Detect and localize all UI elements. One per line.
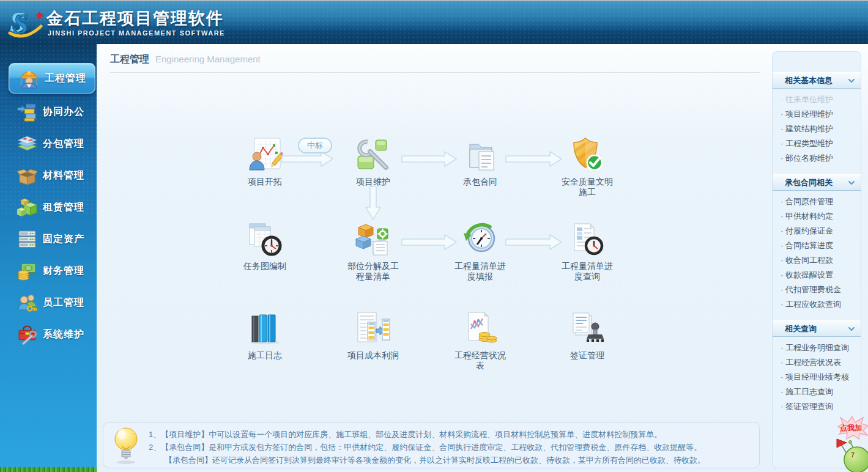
cost-profit-doc-icon: [355, 311, 391, 346]
progress-query-doc-icon: [569, 221, 605, 257]
flow-node-label: 项目成本利润: [344, 350, 402, 361]
tips-panel: 1、【项目维护】中可以设置每一个项目的对应库房、施工班组、部位及进度计划、材料采…: [103, 422, 760, 468]
section-title: 相关查询: [785, 324, 817, 333]
parts-bom-icon: [355, 221, 391, 257]
money-icon: [17, 261, 37, 281]
light-bulb-icon: [112, 426, 140, 465]
link-item[interactable]: 甲供材料约定: [773, 209, 861, 224]
flow-node-task-chart[interactable]: 任务图编制: [231, 221, 299, 271]
flow-node-safety[interactable]: 安全质量文明施工: [554, 137, 621, 197]
link-item[interactable]: 代扣管理费税金: [773, 282, 861, 297]
sidebar-item-collab-office[interactable]: 协同办公: [7, 98, 97, 126]
flow-node-label: 施工日志: [236, 350, 294, 361]
visa-stamp-icon: [569, 311, 605, 346]
sidebar-item-lease[interactable]: 租赁管理: [7, 193, 97, 221]
link-item[interactable]: 收合同工程款: [773, 253, 861, 268]
link-item[interactable]: 签证管理查询: [773, 399, 861, 414]
flow-node-operation-status[interactable]: 工程经营状况表: [447, 311, 514, 371]
flow-arrow-right-icon: [505, 150, 563, 168]
link-item[interactable]: 工程经营状况表: [773, 355, 861, 370]
link-item[interactable]: 往来单位维护: [773, 92, 861, 107]
open-box-icon: [17, 166, 37, 186]
progress-fill-clock-icon: [462, 221, 498, 257]
project-maintenance-icon: [355, 137, 391, 172]
sidebar-item-material[interactable]: 材料管理: [7, 161, 97, 190]
flow-node-construction-log[interactable]: 施工日志: [231, 311, 299, 361]
flow-node-visa-management[interactable]: 签证管理: [554, 311, 621, 361]
link-item[interactable]: 施工日志查询: [773, 385, 861, 399]
sidebar-item-label: 财务管理: [43, 265, 84, 278]
layers-icon: [17, 134, 37, 154]
link-item[interactable]: 工程类型维护: [773, 136, 861, 151]
chevron-down-icon: [848, 79, 855, 83]
operation-chart-coins-icon: [462, 311, 498, 346]
green-cubes-icon: [17, 197, 37, 218]
jinshi-s-logo-icon: S S: [6, 5, 45, 40]
link-item[interactable]: 建筑结构维护: [773, 122, 861, 136]
sidebar-item-label: 系统维护: [43, 328, 84, 341]
sidebar-item-label: 工程管理: [45, 72, 86, 85]
sidebar-item-system[interactable]: 系统维护: [7, 320, 97, 348]
flow-node-project-maintenance[interactable]: 项目维护: [339, 137, 407, 187]
toolbox-wrench-icon: [17, 325, 37, 345]
flow-arrow-right-icon: [505, 234, 563, 251]
link-item[interactable]: 项目经理业绩考核: [773, 370, 861, 385]
flow-node-progress-fill[interactable]: 工程量清单进度填报: [447, 221, 514, 282]
mascot-icon: 点我加 7: [836, 416, 868, 472]
flow-node-cost-profit[interactable]: 项目成本利润: [339, 311, 407, 361]
tip-line: 1、【项目维护】中可以设置每一个项目的对应库房、施工班组、部位及进度计划、材料采…: [149, 428, 759, 441]
section-header-query[interactable]: 相关查询: [773, 320, 861, 337]
flow-node-label: 签证管理: [558, 350, 617, 361]
chevron-down-icon: [848, 327, 855, 331]
sidebar-item-employee[interactable]: 员工管理: [7, 289, 97, 317]
sidebar-item-fixed-assets[interactable]: 固定资产: [7, 225, 97, 253]
link-item[interactable]: 工程应收款查询: [773, 297, 861, 312]
flow-node-label: 承包合同: [451, 177, 510, 187]
link-item[interactable]: 部位名称维护: [773, 151, 861, 166]
section-items: 合同原件管理 甲供材料约定 付履约保证金 合同结算进度 收合同工程款 收款提醒设…: [773, 191, 861, 313]
log-books-icon: [247, 311, 283, 346]
safety-shield-icon: [569, 137, 605, 172]
sidebar-item-finance[interactable]: 财务管理: [7, 257, 97, 285]
app-subtitle: JINSHI PROJECT MANAGEMENT SOFTWARE: [48, 29, 225, 37]
page-title: 工程管理Engineering Management: [110, 53, 261, 66]
app-header: S S 金石工程项目管理软件 JINSHI PROJECT MANAGEMENT…: [0, 0, 868, 44]
title-divider: [110, 72, 760, 73]
link-item[interactable]: 合同原件管理: [773, 194, 861, 209]
link-item[interactable]: 收款提醒设置: [773, 268, 861, 282]
sidebar-item-label: 材料管理: [43, 169, 84, 182]
section-items: 工程业务明细查询 工程经营状况表 项目经理业绩考核 施工日志查询 签证管理查询: [773, 337, 861, 415]
sidebar-item-label: 协同办公: [43, 106, 84, 119]
section-header-contract[interactable]: 承包合同相关: [773, 174, 861, 191]
flow-node-progress-query[interactable]: 工程量清单进度查询: [554, 221, 621, 282]
link-item[interactable]: 工程业务明细查询: [773, 341, 861, 355]
sidebar-item-subcontract[interactable]: 分包管理: [7, 130, 97, 158]
flow-arrow-right-icon: [401, 234, 458, 251]
app-window: S S 金石工程项目管理软件 JINSHI PROJECT MANAGEMENT…: [0, 0, 868, 472]
grass-decoration: [0, 467, 97, 472]
flow-arrow-down-icon: [365, 186, 381, 221]
section-header-basic-info[interactable]: 相关基本信息: [773, 72, 861, 89]
link-item[interactable]: 付履约保证金: [773, 224, 861, 238]
flow-node-label: 安全质量文明施工: [558, 177, 617, 197]
page-title-en: Engineering Management: [155, 54, 261, 64]
tip-line: 2、【承包合同】是和甲方或发包方签订的合同，包括：甲供材约定、履约保证金、合同执…: [149, 441, 759, 454]
people-key-icon: [17, 293, 37, 313]
section-title: 相关基本信息: [785, 76, 833, 85]
sidebar-item-engineering[interactable]: 工程管理: [9, 63, 95, 94]
flow-node-label: 项目开拓: [236, 177, 294, 187]
contract-folder-icon: [462, 137, 498, 172]
svg-text:S: S: [13, 9, 29, 40]
main-content: 工程管理Engineering Management: [97, 44, 868, 472]
sidebar-item-label: 租赁管理: [43, 201, 84, 214]
flow-node-label: 工程量清单进度填报: [451, 261, 510, 282]
link-item[interactable]: 项目经理维护: [773, 107, 861, 122]
flow-node-label: 部位分解及工程量清单: [344, 261, 402, 282]
flow-node-label: 任务图编制: [236, 261, 294, 271]
link-item[interactable]: 合同结算进度: [773, 238, 861, 253]
flow-node-parts-bom[interactable]: 部位分解及工程量清单: [339, 221, 407, 282]
mascot-body-text: 7: [851, 451, 855, 459]
construction-worker-icon: [19, 68, 39, 89]
contact-mascot[interactable]: 点我加 7: [836, 416, 868, 472]
page-title-zh: 工程管理: [110, 54, 149, 64]
